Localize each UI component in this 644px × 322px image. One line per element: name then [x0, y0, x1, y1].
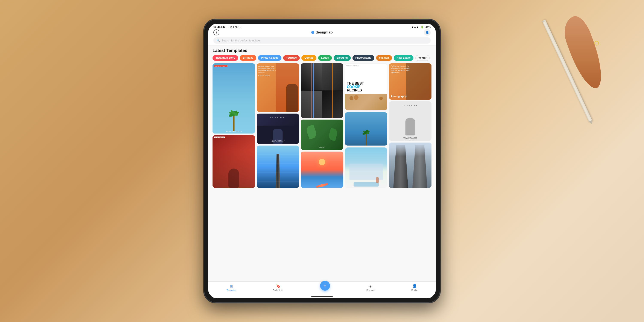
svg-rect-0 [233, 114, 234, 132]
grid-col-3: Risotto [301, 63, 343, 188]
palm-tree-svg [228, 106, 240, 132]
search-bar-container: 🔍 Search for the perfect template [208, 36, 436, 46]
template-card-interview-dark[interactable]: INTERVIEW PHOTOGRAPHER Michael Williamso… [257, 114, 299, 144]
photography-label: Photography [391, 95, 430, 98]
template-card-architecture-tall[interactable] [389, 142, 432, 188]
app-name: designlab [316, 30, 332, 34]
fab-icon: + [324, 283, 326, 289]
palm-tree-2-svg [362, 126, 370, 146]
interview-label-text: INTERVIEW [270, 117, 285, 118]
home-indicator [208, 295, 436, 298]
template-card-photography-orange[interactable]: Fashion is in the sky, in the street, fa… [389, 63, 432, 100]
status-time: 10:45 PM [214, 25, 226, 28]
info-button[interactable]: i [214, 30, 220, 36]
svg-rect-5 [366, 133, 367, 146]
photography-text-block: Fashion is in the sky, in the street, fa… [391, 65, 410, 74]
status-date: Tue Feb 19 [228, 26, 241, 28]
template-card-sunset-beach[interactable] [301, 152, 343, 188]
recipes-text: RECIPES [347, 89, 386, 92]
logo-dot [311, 31, 314, 34]
fitness-small-text: FITNESS FIRST [214, 136, 225, 138]
grid-col-5: Fashion is in the sky, in the street, fa… [389, 63, 432, 188]
template-card-fitness-red[interactable]: FITNESS FIRST [212, 135, 255, 188]
fashion-text-block: Fashion is in the sky, in the street, fa… [258, 66, 278, 77]
templates-icon: ⊞ [230, 284, 233, 288]
risotto-sig-block: Risotto [301, 146, 343, 148]
mind-body-label: MIND BODY HEALTH [212, 131, 255, 132]
pill-quotes[interactable]: Quotes [302, 55, 316, 61]
card1-bottom: MIND BODY HEALTH [212, 131, 255, 132]
michael-gray-name: Michael Williamson [389, 138, 432, 140]
hand-with-ring [520, 2, 605, 110]
nav-profile[interactable]: 👤 Profile [411, 284, 417, 292]
avatar[interactable]: 👤 [424, 29, 430, 36]
pill-real-estate[interactable]: Real Estate [394, 55, 414, 61]
bottom-nav: ⊞ Templates 🔖 Collections + ◈ Discover [208, 282, 436, 295]
template-card-fashion[interactable]: Fashion is in the sky, in the street, fa… [257, 63, 299, 112]
battery-percent: 44% [426, 26, 430, 28]
home-bar [311, 296, 333, 297]
template-card-palm-photo[interactable] [345, 112, 388, 146]
template-card-palm-sky[interactable]: FITNESS FIRST MIND BODY HEALTH [212, 63, 255, 134]
screen-content: 10:45 PM Tue Feb 19 ▲▲▲ 🔋 44% i designla… [208, 24, 436, 298]
pill-photo-collage[interactable]: Photo Collage [258, 55, 282, 61]
category-pills: Instagram Story Birthday Photo Collage Y… [212, 55, 432, 61]
ipad-screen: 10:45 PM Tue Feb 19 ▲▲▲ 🔋 44% i designla… [208, 24, 436, 298]
interview-gray-text: INTERVIEW [403, 104, 418, 106]
collections-label: Collections [273, 289, 283, 292]
pill-instagram-story[interactable]: Instagram Story [212, 55, 238, 61]
interview-gray-label: INTERVIEW [389, 102, 432, 106]
fashion-sig: Coco Chanel [258, 74, 278, 77]
pill-winter[interactable]: Winter [415, 55, 430, 61]
nav-discover[interactable]: ◈ Discover [366, 284, 375, 292]
pill-birthday[interactable]: Birthday [240, 55, 256, 61]
ipad-device: 10:45 PM Tue Feb 19 ▲▲▲ 🔋 44% i designla… [204, 19, 440, 303]
grid-col-2: Fashion is in the sky, in the street, fa… [257, 63, 299, 188]
main-content: Latest Templates Instagram Story Birthda… [208, 46, 436, 282]
template-card-recipes[interactable]: love on the way... THE BEST COOKIE RECIP… [345, 63, 388, 110]
photographer-label-block: PHOTOGRAPHER Michael Williamson [257, 140, 299, 142]
photography-label-bottom: Photography [391, 95, 430, 98]
template-grid: FITNESS FIRST MIND BODY HEALTH [212, 63, 432, 188]
wifi-icon: ▲▲▲ [411, 26, 419, 28]
recipe-big-text: THE BEST COOKIE RECIPES [347, 82, 386, 92]
search-input[interactable]: Search for the perfect template [222, 39, 260, 42]
photographer-gray-block: PHOTOGRAPHER Michael Williamson [389, 137, 432, 140]
nav-collections[interactable]: 🔖 Collections [273, 284, 283, 292]
pill-photography[interactable]: Photography [352, 55, 374, 61]
pill-fashion[interactable]: Fashion [376, 55, 392, 61]
fitness-badge-1: FITNESS FIRST [214, 65, 227, 67]
fab-button[interactable]: + [320, 281, 330, 291]
recipe-header: love on the way... [346, 65, 386, 66]
discover-label: Discover [366, 289, 375, 292]
template-card-tower[interactable] [257, 146, 299, 188]
search-input-wrapper[interactable]: 🔍 Search for the perfect template [214, 37, 430, 44]
avatar-icon: 👤 [426, 31, 429, 34]
pencil-tip [589, 120, 594, 125]
pill-blogging[interactable]: Blogging [334, 55, 351, 61]
pill-youtube[interactable]: YouTube [283, 55, 300, 61]
collections-icon: 🔖 [276, 284, 280, 288]
fitness-label: FITNESS FIRST [214, 65, 227, 67]
pill-logos[interactable]: Logos [318, 55, 332, 61]
profile-icon: 👤 [412, 284, 417, 288]
app-logo: designlab [311, 30, 332, 34]
cookie-text: COOKIE [347, 85, 386, 89]
hand-shape [559, 13, 609, 92]
template-card-pool[interactable] [345, 147, 388, 188]
template-card-interview-gray[interactable]: INTERVIEW PHOTOGRAPHER Michael Williamso… [389, 101, 432, 140]
section-title: Latest Templates [212, 48, 432, 53]
interview-top-label: INTERVIEW [257, 115, 299, 119]
love-on-the-way: love on the way... [346, 65, 386, 66]
nav-templates[interactable]: ⊞ Templates [226, 284, 236, 292]
template-card-leaves[interactable]: Risotto [301, 120, 343, 150]
status-right: ▲▲▲ 🔋 44% [411, 26, 430, 28]
fashion-quote: Fashion is in the sky, in the street, fa… [258, 66, 278, 73]
status-bar: 10:45 PM Tue Feb 19 ▲▲▲ 🔋 44% [208, 24, 436, 30]
ring [594, 41, 599, 46]
search-icon: 🔍 [216, 39, 220, 42]
grid-col-4: love on the way... THE BEST COOKIE RECIP… [345, 63, 388, 188]
the-best-text: THE BEST [347, 82, 386, 85]
template-card-bw-collage[interactable] [301, 63, 343, 118]
michael-name: Michael Williamson [257, 141, 299, 142]
